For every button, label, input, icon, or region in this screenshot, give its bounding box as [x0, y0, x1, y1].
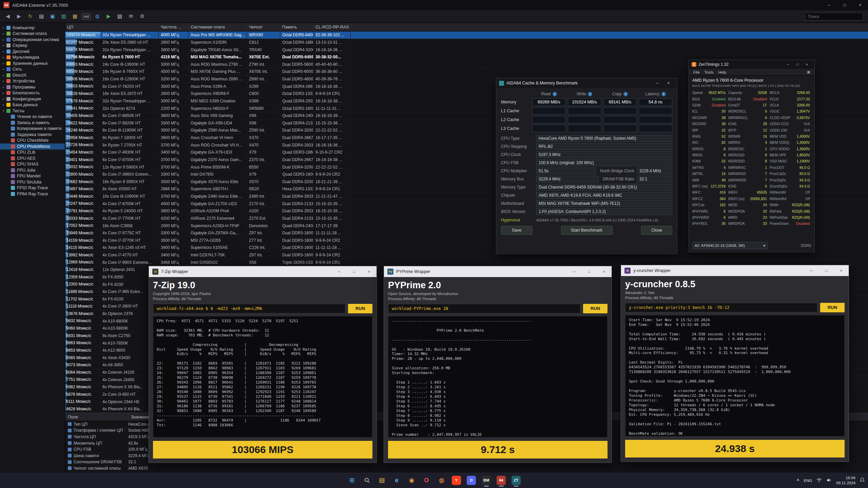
sidebar-item[interactable]: ▸Операционная система — [0, 37, 65, 43]
screenshot-icon[interactable]: ▣ — [807, 70, 812, 74]
osd-icon[interactable]: osd — [82, 14, 91, 19]
sidebar-test-item[interactable]: CPU SHA3 — [0, 161, 65, 168]
sidebar-test-item[interactable]: FPU Julia — [0, 167, 65, 173]
sidebar-item[interactable]: ▸Сеть — [0, 66, 65, 73]
info-icon[interactable]: i — [623, 92, 628, 96]
mail-icon[interactable]: ✉ — [127, 12, 135, 21]
sidebar-item[interactable]: ▸Программы — [0, 84, 65, 90]
minimize-button[interactable]: ─ — [651, 79, 663, 87]
run-icon[interactable]: ▶ — [104, 12, 113, 21]
sidebar-item[interactable]: ▸Конфигурация — [0, 96, 65, 102]
close-button[interactable]: × — [852, 0, 868, 10]
run-button[interactable]: RUN — [348, 304, 372, 313]
sidebar-test-item[interactable]: CPU AES — [0, 155, 65, 161]
sidebar-item[interactable]: ▸Безопасность — [0, 90, 65, 96]
sidebar-test-item[interactable]: FP64 Ray-Trace — [0, 191, 65, 197]
column-header-chipset[interactable]: Чипсет — [247, 23, 280, 31]
menu-file[interactable]: File — [691, 70, 702, 74]
document-icon[interactable]: ▧ — [115, 12, 124, 21]
menu-tools[interactable]: Tools — [702, 70, 716, 74]
refresh-icon[interactable]: ↻ — [26, 12, 35, 21]
sidebar-test-item[interactable]: FP32 Ray-Trace — [0, 185, 65, 191]
report-icon[interactable]: ▤ — [37, 12, 46, 21]
sidebar-test-item[interactable]: CPU PhotoWorxx — [0, 143, 65, 150]
monitor-icon[interactable]: ▣ — [48, 12, 57, 21]
benchmark-icon[interactable]: ▦ — [71, 12, 79, 21]
column-header-frequency[interactable]: Частота ... — [159, 23, 189, 31]
table-row[interactable]: 55874 Мпикс/с32x Ryzen Threadripper ...3… — [65, 46, 868, 54]
info-icon[interactable]: i — [553, 92, 557, 96]
benchmate-icon[interactable]: BM — [480, 473, 493, 487]
explorer-icon[interactable]: ▤ — [375, 473, 389, 487]
sidebar-test-item[interactable]: FPU Mandel — [0, 173, 65, 179]
sidebar-item[interactable]: ▸Системная плата — [0, 31, 65, 37]
sidebar-item[interactable]: ▸Устройства — [0, 78, 65, 84]
back-icon[interactable]: ◀ — [3, 12, 12, 21]
save-button[interactable]: Save — [501, 226, 532, 235]
sidebar-item[interactable]: ▸Компьютер — [0, 25, 65, 31]
forward-icon[interactable]: ▶ — [15, 12, 23, 21]
yandex-icon[interactable]: Y — [450, 473, 463, 487]
sidebar-item-tests[interactable]: ▾Тесты — [0, 108, 65, 114]
command-input[interactable]: workload-PYPrime.exe 2B — [388, 304, 580, 313]
search-icon[interactable] — [360, 473, 374, 487]
volume-icon[interactable] — [826, 478, 832, 483]
chart-icon[interactable]: ▥ — [59, 12, 68, 21]
discord-icon[interactable]: D — [465, 473, 478, 487]
sidebar-test-item[interactable]: CPU ZLib — [0, 150, 65, 156]
tray-chevron-icon[interactable]: ^ — [797, 478, 799, 483]
sidebar-test-item[interactable]: Копирование в памяти — [0, 126, 65, 132]
start-benchmark-button[interactable]: Start Benchmark — [561, 226, 613, 235]
start-icon[interactable]: ⊞ — [345, 473, 359, 487]
zentimings-icon[interactable]: ZT — [509, 473, 523, 487]
dimm-select[interactable]: A2: KF564C32-16 (16GB, SR) ▾ — [692, 242, 768, 249]
edge-icon[interactable]: e — [390, 473, 404, 487]
run-button[interactable]: RUN — [583, 304, 607, 313]
table-row[interactable]: 13992 Мпикс/с4x Core i7-4770 HT3400 МГцI… — [65, 252, 868, 259]
menu-help[interactable]: Help — [716, 70, 729, 74]
command-input[interactable]: y-cruncher.exe priority:3 bench 1b -TD:1… — [625, 303, 817, 312]
sidebar-item[interactable]: ▸Сервер — [0, 43, 65, 49]
settings-icon[interactable]: ⚙ — [138, 12, 147, 21]
sidebar-item[interactable]: ▸DirectX — [0, 72, 65, 78]
sidebar-test-item[interactable]: CPU CheckMate — [0, 138, 65, 144]
close-button[interactable]: × — [663, 79, 674, 87]
web-icon[interactable]: ◍ — [93, 12, 102, 21]
maximize-button[interactable]: □ — [582, 266, 597, 277]
run-button[interactable]: RUN — [820, 303, 845, 312]
sidebar-item[interactable]: ▸Дисплей — [0, 48, 65, 55]
wifi-icon[interactable] — [816, 478, 822, 483]
close-button[interactable]: Close — [641, 226, 672, 235]
sidebar-test-item[interactable]: Запись в память — [0, 120, 65, 126]
close-button[interactable]: × — [834, 265, 849, 276]
close-button[interactable]: × — [362, 266, 377, 277]
opera-icon[interactable]: O — [420, 473, 433, 487]
close-button[interactable]: × — [597, 266, 612, 277]
notification-bell-icon[interactable] — [860, 477, 865, 483]
command-input[interactable]: workload-7z-x64.exe b 6 -md23 -mx9 -mm=L… — [153, 304, 345, 313]
sidebar-test-item[interactable]: Задержка памяти — [0, 132, 65, 138]
minimize-button[interactable]: ─ — [783, 61, 793, 68]
chrome-icon[interactable]: ◉ — [405, 473, 419, 487]
sidebar-test-item[interactable]: Чтение из памяти — [0, 114, 65, 120]
sidebar-item[interactable]: ▸Хранение данных — [0, 60, 65, 66]
column-header-timings[interactable]: CL-RCD-RP-RAS — [313, 23, 351, 31]
maximize-button[interactable]: □ — [793, 61, 802, 68]
firefox-icon[interactable]: ◍ — [435, 473, 448, 487]
column-header-cpu[interactable]: ЦП — [65, 23, 159, 31]
table-row[interactable]: 193074 Мпикс/с32x Ryzen Threadripper ...… — [65, 32, 868, 39]
sidebar-item[interactable]: ▸База данных — [0, 102, 65, 108]
sidebar-item[interactable]: ▸Мультимедиа — [0, 55, 65, 61]
table-row[interactable]: 62207 Мпикс/с20x Xeon E5-2660 v3 HT2600 … — [65, 39, 868, 46]
close-button[interactable]: × — [802, 61, 812, 68]
minimize-button[interactable]: ─ — [567, 266, 582, 277]
clock[interactable]: 16:04 09.11.2024 — [836, 475, 855, 485]
maximize-button[interactable]: □ — [819, 265, 834, 276]
minimize-button[interactable]: ─ — [804, 265, 819, 276]
language-indicator[interactable]: ENG — [804, 479, 812, 483]
info-icon[interactable]: i — [661, 92, 666, 96]
aida64-icon[interactable]: 64 — [495, 473, 508, 487]
minimize-button[interactable]: ─ — [821, 0, 837, 10]
minimize-button[interactable]: ─ — [332, 266, 347, 277]
sidebar-test-item[interactable]: FPU SinJulia — [0, 179, 65, 185]
